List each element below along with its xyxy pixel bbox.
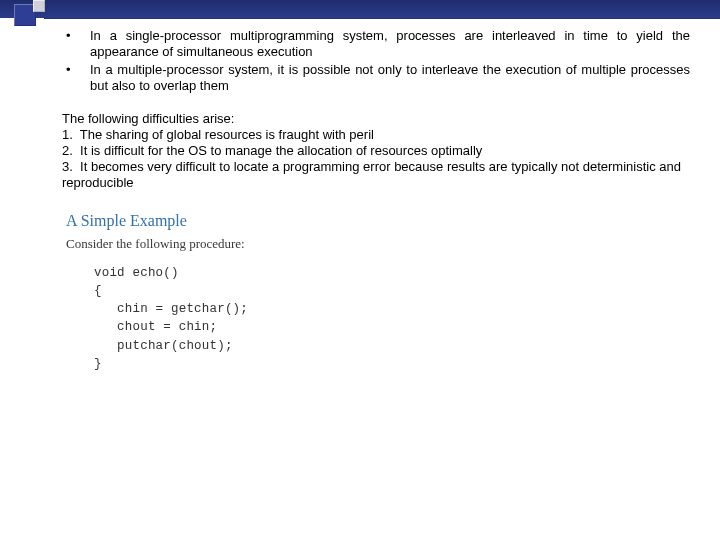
example-subheading: Consider the following procedure: bbox=[66, 236, 690, 252]
example-heading: A Simple Example bbox=[66, 211, 690, 231]
bullet-row: • In a single-processor multiprogramming… bbox=[62, 28, 690, 60]
slide: • In a single-processor multiprogramming… bbox=[0, 0, 720, 540]
header-bar bbox=[0, 0, 720, 18]
bullet-text: In a single-processor multiprogramming s… bbox=[90, 28, 690, 60]
decor-square-small bbox=[33, 0, 45, 12]
difficulty-item: 2. It is difficult for the OS to manage … bbox=[62, 143, 690, 159]
difficulties-intro: The following difficulties arise: bbox=[62, 111, 690, 127]
difficulty-item: 3. It becomes very difficult to locate a… bbox=[62, 159, 690, 191]
difficulties-block: The following difficulties arise: 1. The… bbox=[62, 111, 690, 190]
bullet-dot: • bbox=[62, 62, 90, 94]
example-block: A Simple Example Consider the following … bbox=[66, 211, 690, 373]
difficulty-item: 1. The sharing of global resources is fr… bbox=[62, 127, 690, 143]
bullet-dot: • bbox=[62, 28, 90, 60]
slide-body: • In a single-processor multiprogramming… bbox=[62, 28, 690, 373]
bullet-text: In a multiple-processor system, it is po… bbox=[90, 62, 690, 94]
code-block: void echo() { chin = getchar(); chout = … bbox=[94, 264, 690, 373]
bullet-row: • In a multiple-processor system, it is … bbox=[62, 62, 690, 94]
header-rule bbox=[44, 18, 720, 19]
